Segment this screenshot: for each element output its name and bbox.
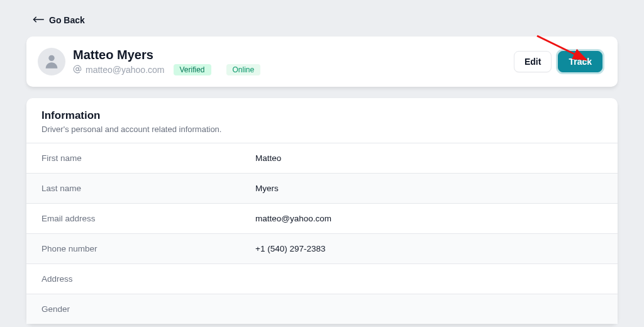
verified-badge: Verified	[174, 64, 211, 75]
info-label: Phone number	[42, 244, 255, 253]
edit-button[interactable]: Edit	[514, 51, 552, 72]
info-label: Email address	[42, 214, 255, 223]
information-card: Information Driver's personal and accoun…	[26, 98, 618, 324]
email-display: matteo@yahoo.com	[73, 65, 165, 75]
info-value: Myers	[255, 184, 279, 193]
at-sign-icon	[73, 65, 82, 75]
info-row: Address	[26, 263, 618, 294]
info-row: Gender	[26, 294, 618, 324]
info-label: Address	[42, 274, 255, 284]
info-value: Matteo	[255, 153, 281, 163]
go-back-label: Go Back	[49, 15, 85, 25]
info-value: +1 (540) 297-2383	[255, 244, 325, 253]
person-icon	[43, 52, 60, 72]
arrow-left-icon	[33, 15, 44, 25]
driver-name: Matteo Myers	[73, 48, 260, 62]
identity-block: Matteo Myers matteo@yahoo.com Verified O…	[73, 48, 260, 75]
info-label: Last name	[42, 184, 255, 193]
section-title: Information	[42, 109, 602, 122]
info-label: First name	[42, 153, 255, 163]
info-row: Phone number +1 (540) 297-2383	[26, 233, 618, 263]
avatar	[38, 48, 65, 75]
svg-point-1	[48, 55, 54, 60]
section-description: Driver's personal and account related in…	[42, 125, 602, 134]
profile-header-card: Matteo Myers matteo@yahoo.com Verified O…	[26, 36, 618, 87]
info-row: First name Matteo	[26, 143, 618, 173]
go-back-link[interactable]: Go Back	[26, 0, 85, 36]
email-text: matteo@yahoo.com	[86, 65, 165, 75]
online-badge: Online	[226, 64, 261, 75]
info-value: matteo@yahoo.com	[255, 214, 331, 223]
info-row: Last name Myers	[26, 173, 618, 203]
svg-point-2	[76, 67, 79, 70]
info-label: Gender	[42, 304, 255, 314]
info-row: Email address matteo@yahoo.com	[26, 203, 618, 233]
track-button[interactable]: Track	[558, 51, 602, 72]
